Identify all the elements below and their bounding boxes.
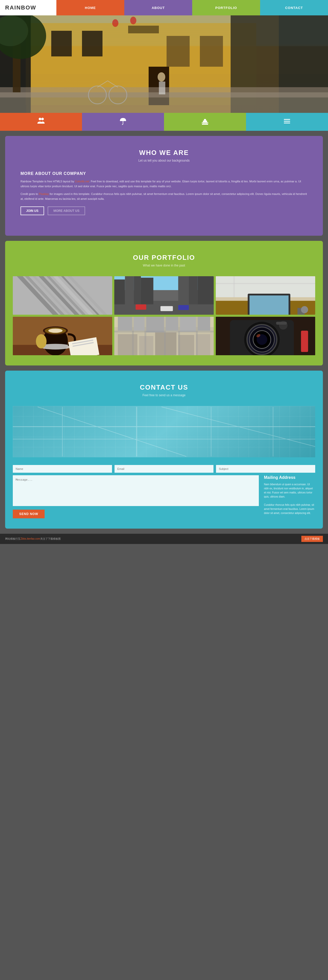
svg-rect-28 — [204, 119, 206, 121]
svg-point-19 — [158, 72, 165, 81]
svg-rect-29 — [203, 123, 203, 124]
svg-rect-81 — [118, 317, 132, 331]
navbar-links: HOME ABOUT PORTFOLIO CONTACT — [56, 0, 328, 15]
building-icon — [201, 117, 209, 127]
svg-rect-91 — [196, 334, 210, 355]
mailing-title: Mailing Address — [264, 475, 315, 480]
svg-rect-33 — [284, 121, 290, 122]
contact-inputs-row — [13, 465, 315, 473]
svg-rect-109 — [301, 331, 308, 352]
svg-rect-6 — [128, 25, 159, 33]
mailing-address-block: Mailing Address Nam bibendum ut quam a a… — [264, 475, 315, 518]
svg-rect-31 — [204, 123, 206, 124]
portfolio-title: OUR PORTFOLIO — [13, 254, 315, 262]
svg-rect-96 — [196, 317, 198, 355]
svg-rect-82 — [134, 317, 144, 331]
who-paragraph2: Credit goes to Pixabay for images used i… — [21, 192, 307, 201]
who-content-title: MORE ABOUT OUR COMPANY — [21, 171, 307, 176]
icon-bar — [0, 113, 328, 131]
svg-point-22 — [130, 17, 136, 24]
map-area — [13, 406, 315, 457]
svg-rect-56 — [160, 306, 173, 311]
svg-point-24 — [41, 118, 44, 120]
footer-text: 网站模板行互Zbbs.itenfao.com关注了下载模板图 — [5, 537, 61, 541]
svg-rect-108 — [276, 321, 287, 325]
svg-rect-34 — [284, 123, 290, 123]
icon-bar-building[interactable] — [164, 113, 246, 131]
portfolio-section: OUR PORTFOLIO What we have done in the p… — [5, 241, 323, 366]
subject-input[interactable] — [216, 465, 315, 473]
contact-subtitle: Feel free to send us a message — [13, 393, 315, 397]
message-textarea[interactable] — [13, 475, 259, 506]
hero-image — [0, 15, 328, 113]
nav-portfolio[interactable]: PORTFOLIO — [192, 0, 260, 15]
svg-rect-49 — [125, 276, 134, 304]
portfolio-item-2[interactable] — [114, 276, 214, 315]
svg-rect-4 — [51, 31, 72, 56]
who-title: WHO WE ARE — [21, 149, 307, 157]
contact-form-area: SEND NOW Mailing Address Nam bibendum ut… — [13, 465, 315, 518]
who-subtitle: Let us tell you about our backgrounds — [21, 159, 307, 162]
umbrella-icon — [119, 117, 127, 127]
mailing-text: Nam bibendum ut quam a accumsan. Ut nibh… — [264, 482, 315, 515]
colorlib-link[interactable]: Colorlib.net — [75, 180, 89, 183]
icon-bar-people[interactable] — [0, 113, 82, 131]
bars-icon — [283, 117, 291, 127]
nav-about[interactable]: ABOUT — [124, 0, 192, 15]
svg-rect-20 — [159, 81, 165, 94]
svg-rect-60 — [233, 276, 235, 297]
svg-rect-85 — [180, 317, 196, 332]
svg-rect-57 — [178, 305, 189, 310]
svg-point-23 — [39, 118, 41, 120]
portfolio-grid — [13, 276, 315, 355]
people-icon — [37, 117, 45, 127]
svg-rect-94 — [164, 317, 166, 355]
who-paragraph1: Rainbow Template is free HTML5 layout by… — [21, 179, 307, 189]
footer-download-button[interactable]: 点击下载模板 — [301, 536, 323, 542]
contact-section: CONTACT US Feel free to send us a messag… — [5, 371, 323, 528]
svg-rect-52 — [178, 276, 189, 304]
svg-point-73 — [48, 329, 63, 333]
svg-rect-54 — [198, 276, 214, 304]
svg-rect-89 — [155, 332, 176, 355]
send-now-button[interactable]: SEND NOW — [13, 510, 44, 518]
svg-rect-7 — [166, 36, 190, 67]
nav-home[interactable]: HOME — [56, 0, 124, 15]
svg-rect-30 — [206, 123, 208, 124]
svg-rect-84 — [166, 317, 178, 331]
portfolio-item-6[interactable] — [216, 317, 315, 355]
footer-promo: 网站模板行互Zbbs.itenfao.com关注了下载模板图 点击下载模板 — [0, 534, 328, 544]
footer-link[interactable]: Zbbs.itenfao.com — [21, 537, 40, 540]
svg-rect-55 — [136, 304, 146, 310]
svg-rect-90 — [178, 335, 194, 355]
portfolio-item-4[interactable] — [13, 317, 112, 355]
join-us-button[interactable]: JOIN US — [21, 207, 44, 215]
portfolio-item-1[interactable] — [13, 276, 112, 315]
svg-rect-92 — [132, 317, 134, 355]
svg-rect-8 — [200, 36, 223, 67]
navbar-brand: RAINBOW — [0, 4, 56, 11]
navbar: RAINBOW HOME ABOUT PORTFOLIO CONTACT — [0, 0, 328, 15]
name-input[interactable] — [13, 465, 112, 473]
email-input[interactable] — [114, 465, 214, 473]
svg-rect-95 — [178, 317, 180, 355]
svg-point-67 — [301, 306, 308, 313]
icon-bar-bars[interactable] — [246, 113, 328, 131]
svg-rect-53 — [189, 276, 198, 304]
svg-line-116 — [38, 407, 186, 456]
contact-message-area: SEND NOW — [13, 475, 259, 518]
svg-rect-87 — [118, 334, 137, 355]
contact-title: CONTACT US — [13, 383, 315, 391]
icon-bar-umbrella[interactable] — [82, 113, 164, 131]
svg-rect-32 — [284, 119, 290, 120]
svg-point-78 — [36, 334, 47, 348]
svg-rect-61 — [216, 283, 315, 284]
nav-contact[interactable]: CONTACT — [260, 0, 328, 15]
more-about-us-button[interactable]: MORE ABOUT US — [48, 207, 85, 215]
portfolio-subtitle: What we have done in the past — [13, 264, 315, 267]
pixabay-link[interactable]: Pixabay — [39, 192, 49, 196]
svg-rect-5 — [82, 31, 103, 56]
portfolio-item-5[interactable] — [114, 317, 214, 355]
portfolio-item-3[interactable] — [216, 276, 315, 315]
svg-rect-64 — [250, 296, 288, 315]
